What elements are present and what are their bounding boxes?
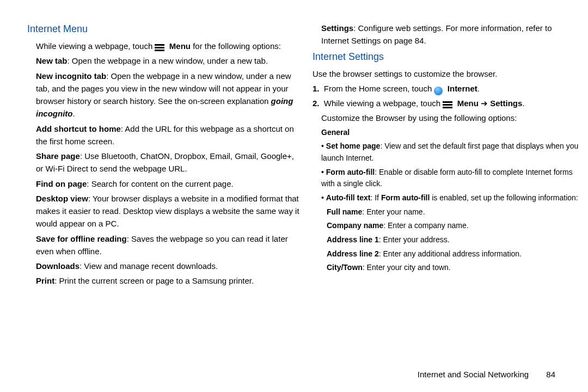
a2-bold: Address line 2	[327, 249, 379, 258]
step1-dot: .	[477, 84, 480, 93]
a1-text: : Enter your address.	[379, 235, 450, 244]
cn-text: : Enter a company name.	[383, 221, 468, 230]
aft-text1: : If	[370, 193, 381, 202]
page-columns: Internet Menu While viewing a webpage, t…	[27, 22, 588, 290]
incognito-bold: New incognito tab	[36, 71, 106, 81]
bullet-form-autofill: • Form auto-fill: Enable or disable form…	[321, 167, 585, 190]
new-tab-bold: New tab	[36, 56, 68, 65]
find-bold: Find on page	[36, 179, 87, 188]
step1-internet-bold: Internet	[448, 84, 477, 93]
sub-city-town: City/Town: Enter your city and town.	[327, 262, 585, 274]
step1-num: 1.	[313, 84, 320, 93]
settings-intro: Use the browser settings to customize th…	[313, 68, 585, 80]
step2-menu-bold: Menu	[457, 99, 479, 108]
general-heading: General	[321, 127, 585, 139]
menu-icon	[155, 44, 164, 52]
aft-bold2: Form auto-fill	[381, 193, 430, 202]
settings-text-b: Internet Settings on page 84.	[321, 36, 426, 45]
aft-bold: Auto-fill text	[326, 193, 371, 202]
intro-menu-bold: Menu	[169, 41, 191, 51]
step-1: 1. From the Home screen, touch Internet.	[313, 82, 585, 95]
faf-bold: Form auto-fill	[326, 168, 375, 176]
print-text: : Print the current screen or page to a …	[54, 276, 254, 285]
sub-full-name: Full name: Enter your name.	[327, 206, 585, 218]
sub-company-name: Company name: Enter a company name.	[327, 220, 585, 232]
aft-text2: is enabled, set up the following informa…	[430, 193, 578, 202]
add-shortcut-bold: Add shortcut to home	[36, 124, 121, 133]
step-2-continue: Customize the Browser by using the follo…	[321, 112, 585, 124]
save-bold: Save for offline reading	[36, 234, 127, 243]
ct-text: : Enter your city and town.	[363, 263, 451, 272]
print-bold: Print	[36, 276, 54, 285]
item-downloads: Downloads: View and manage recent downlo…	[36, 260, 299, 272]
globe-icon	[434, 87, 443, 95]
a1-bold: Address line 1	[327, 235, 379, 244]
step-2: 2. While viewing a webpage, touch Menu ➔…	[313, 97, 585, 109]
heading-internet-settings: Internet Settings	[313, 50, 585, 64]
page-footer: Internet and Social Networking 84	[418, 370, 555, 379]
desktop-bold: Desktop view	[36, 194, 88, 203]
intro-line: While viewing a webpage, touch Menu for …	[36, 40, 299, 52]
bullet-set-home-page: • Set home page: View and set the defaul…	[321, 140, 585, 164]
step2-text-a: While viewing a webpage, touch	[324, 99, 443, 108]
incognito-dot: .	[73, 109, 75, 118]
item-incognito: New incognito tab: Open the webpage in a…	[36, 70, 299, 120]
footer-page-number: 84	[546, 370, 555, 379]
item-desktop-view: Desktop view: Your browser displays a we…	[36, 192, 299, 230]
right-column: Settings: Configure web settings. For mo…	[313, 22, 585, 290]
intro-text-b: for the following options:	[193, 41, 281, 51]
item-find-on-page: Find on page: Search for content on the …	[36, 177, 299, 190]
item-save-offline: Save for offline reading: Saves the webp…	[36, 232, 299, 258]
step2-dot: .	[522, 99, 524, 108]
footer-section: Internet and Social Networking	[418, 370, 529, 379]
menu-icon	[443, 101, 452, 109]
a2-text: : Enter any additional address informati…	[379, 249, 522, 258]
step1-text-a: From the Home screen, touch	[324, 84, 434, 93]
arrow-icon: ➔	[481, 99, 490, 108]
downloads-bold: Downloads	[36, 261, 79, 271]
heading-internet-menu: Internet Menu	[27, 22, 299, 36]
cn-bold: Company name	[327, 221, 383, 230]
settings-bold: Settings	[321, 23, 353, 33]
ct-bold: City/Town	[327, 263, 363, 272]
share-bold: Share page	[36, 151, 80, 161]
downloads-text: : View and manage recent downloads.	[79, 261, 218, 271]
sub-address-2: Address line 2: Enter any additional add…	[327, 248, 585, 260]
step2-settings-bold: Settings	[490, 99, 522, 108]
item-new-tab: New tab: Open the webpage in a new windo…	[36, 54, 299, 67]
item-print: Print: Print the current screen or page …	[36, 274, 299, 287]
fn-text: : Enter your name.	[362, 207, 425, 216]
sub-address-1: Address line 1: Enter your address.	[327, 234, 585, 246]
bullet-autofill-text: • Auto-fill text: If Form auto-fill is e…	[321, 192, 585, 204]
item-settings: Settings: Configure web settings. For mo…	[321, 22, 585, 47]
step2-num: 2.	[313, 99, 320, 108]
item-add-shortcut: Add shortcut to home: Add the URL for th…	[36, 122, 299, 148]
find-text: : Search for content on the current page…	[87, 179, 233, 188]
shp-bold: Set home page	[326, 142, 381, 150]
left-column: Internet Menu While viewing a webpage, t…	[27, 22, 299, 290]
new-tab-text: : Open the webpage in a new window, unde…	[68, 56, 268, 65]
settings-text-a: : Configure web settings. For more infor…	[353, 23, 552, 33]
intro-text-a: While viewing a webpage, touch	[36, 41, 155, 51]
item-share-page: Share page: Use Bluetooth, ChatON, Dropb…	[36, 150, 299, 175]
fn-bold: Full name	[327, 207, 362, 216]
